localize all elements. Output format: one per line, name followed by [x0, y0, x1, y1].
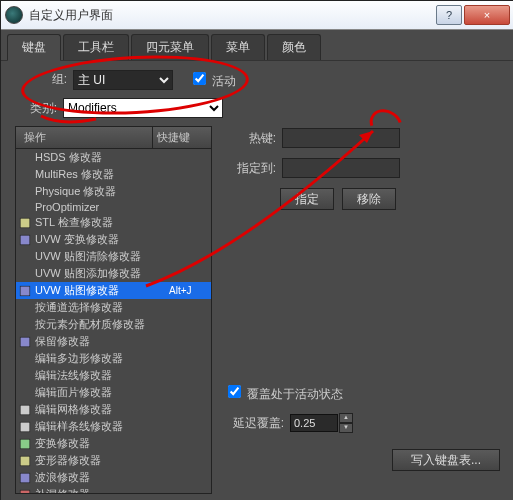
category-label: 类别: [21, 100, 57, 117]
list-item[interactable]: UVW 贴图清除修改器 [16, 248, 211, 265]
list-item[interactable]: Physique 修改器 [16, 183, 211, 200]
modifier-icon [18, 169, 32, 181]
list-body[interactable]: HSDS 修改器MultiRes 修改器Physique 修改器ProOptim… [16, 149, 211, 493]
svg-rect-1 [20, 235, 30, 245]
svg-rect-4 [20, 405, 30, 415]
active-checkbox-label[interactable]: 活动 [189, 69, 236, 90]
modifier-icon [18, 234, 32, 246]
delay-label: 延迟覆盖: [224, 415, 284, 432]
list-item[interactable]: UVW 贴图添加修改器 [16, 265, 211, 282]
list-item[interactable]: 变换修改器 [16, 435, 211, 452]
window-title: 自定义用户界面 [29, 7, 436, 24]
col-action[interactable]: 操作 [16, 127, 153, 148]
list-item[interactable]: 编辑法线修改器 [16, 367, 211, 384]
modifier-icon [18, 285, 32, 297]
list-item[interactable]: 编辑网格修改器 [16, 401, 211, 418]
category-select[interactable]: Modifiers [63, 98, 223, 118]
modifier-icon [18, 387, 32, 399]
item-name: ProOptimizer [35, 201, 169, 213]
modifier-icon [18, 438, 32, 450]
titlebar[interactable]: 自定义用户界面 ? × [1, 1, 513, 30]
modifier-icon [18, 217, 32, 229]
svg-rect-7 [20, 456, 30, 466]
list-item[interactable]: UVW 变换修改器 [16, 231, 211, 248]
list-item[interactable]: 编辑多边形修改器 [16, 350, 211, 367]
modifier-icon [18, 201, 32, 213]
list-item[interactable]: 按通道选择修改器 [16, 299, 211, 316]
assign-button[interactable]: 指定 [280, 188, 334, 210]
item-name: 编辑网格修改器 [35, 402, 169, 417]
list-item[interactable]: STL 检查修改器 [16, 214, 211, 231]
modifier-icon [18, 336, 32, 348]
tab-toolbar[interactable]: 工具栏 [63, 34, 129, 60]
list-item[interactable]: 补洞修改器 [16, 486, 211, 493]
modifier-icon [18, 455, 32, 467]
assign-to-input[interactable] [282, 158, 400, 178]
item-name: 编辑法线修改器 [35, 368, 169, 383]
list-item[interactable]: ProOptimizer [16, 200, 211, 214]
item-name: 编辑面片修改器 [35, 385, 169, 400]
modifier-icon [18, 186, 32, 198]
list-item[interactable]: UVW 贴图修改器Alt+J [16, 282, 211, 299]
svg-rect-8 [20, 473, 30, 483]
remove-button[interactable]: 移除 [342, 188, 396, 210]
item-name: HSDS 修改器 [35, 150, 169, 165]
list-item[interactable]: 编辑面片修改器 [16, 384, 211, 401]
item-name: UVW 贴图清除修改器 [35, 249, 169, 264]
item-name: 保留修改器 [35, 334, 169, 349]
col-shortcut[interactable]: 快捷键 [153, 127, 211, 148]
list-item[interactable]: MultiRes 修改器 [16, 166, 211, 183]
svg-rect-3 [20, 337, 30, 347]
write-keyboard-button[interactable]: 写入键盘表... [392, 449, 500, 471]
modifier-icon [18, 489, 32, 494]
tab-keyboard[interactable]: 键盘 [7, 34, 61, 61]
list-item[interactable]: 编辑样条线修改器 [16, 418, 211, 435]
list-item[interactable]: 变形器修改器 [16, 452, 211, 469]
item-name: UVW 贴图添加修改器 [35, 266, 169, 281]
group-select[interactable]: 主 UI [73, 70, 173, 90]
list-item[interactable]: 保留修改器 [16, 333, 211, 350]
item-name: 变换修改器 [35, 436, 169, 451]
item-name: Physique 修改器 [35, 184, 169, 199]
window: 自定义用户界面 ? × 键盘 工具栏 四元菜单 菜单 颜色 组: 主 UI 活动… [0, 0, 513, 500]
modifier-icon [18, 268, 32, 280]
modifier-icon [18, 302, 32, 314]
list-item[interactable]: HSDS 修改器 [16, 149, 211, 166]
svg-rect-6 [20, 439, 30, 449]
svg-rect-5 [20, 422, 30, 432]
delay-input[interactable] [290, 414, 338, 432]
item-name: UVW 变换修改器 [35, 232, 169, 247]
item-name: 按元素分配材质修改器 [35, 317, 169, 332]
modifier-icon [18, 152, 32, 164]
override-checkbox-label[interactable]: 覆盖处于活动状态 [224, 387, 343, 401]
modifier-icon [18, 404, 32, 416]
action-list: 操作 快捷键 HSDS 修改器MultiRes 修改器Physique 修改器P… [15, 126, 212, 494]
modifier-icon [18, 421, 32, 433]
svg-rect-0 [20, 218, 30, 228]
item-name: UVW 贴图修改器 [35, 283, 169, 298]
item-name: 补洞修改器 [35, 487, 169, 493]
help-button[interactable]: ? [436, 5, 462, 25]
item-name: 编辑样条线修改器 [35, 419, 169, 434]
override-checkbox[interactable] [228, 385, 241, 398]
item-name: MultiRes 修改器 [35, 167, 169, 182]
close-button[interactable]: × [464, 5, 510, 25]
tab-menu[interactable]: 菜单 [211, 34, 265, 60]
app-icon [5, 6, 23, 24]
item-name: 变形器修改器 [35, 453, 169, 468]
hotkey-input[interactable] [282, 128, 400, 148]
list-item[interactable]: 波浪修改器 [16, 469, 211, 486]
active-checkbox[interactable] [193, 72, 206, 85]
modifier-icon [18, 370, 32, 382]
list-item[interactable]: 按元素分配材质修改器 [16, 316, 211, 333]
modifier-icon [18, 319, 32, 331]
spin-up-icon[interactable]: ▲ [339, 413, 353, 423]
tab-quadmenu[interactable]: 四元菜单 [131, 34, 209, 60]
tabs: 键盘 工具栏 四元菜单 菜单 颜色 [1, 30, 513, 61]
hotkey-label: 热键: [224, 130, 276, 147]
item-name: 波浪修改器 [35, 470, 169, 485]
spin-down-icon[interactable]: ▼ [339, 423, 353, 433]
delay-spinner[interactable]: ▲▼ [290, 413, 353, 433]
item-shortcut: Alt+J [169, 285, 209, 296]
tab-color[interactable]: 颜色 [267, 34, 321, 60]
